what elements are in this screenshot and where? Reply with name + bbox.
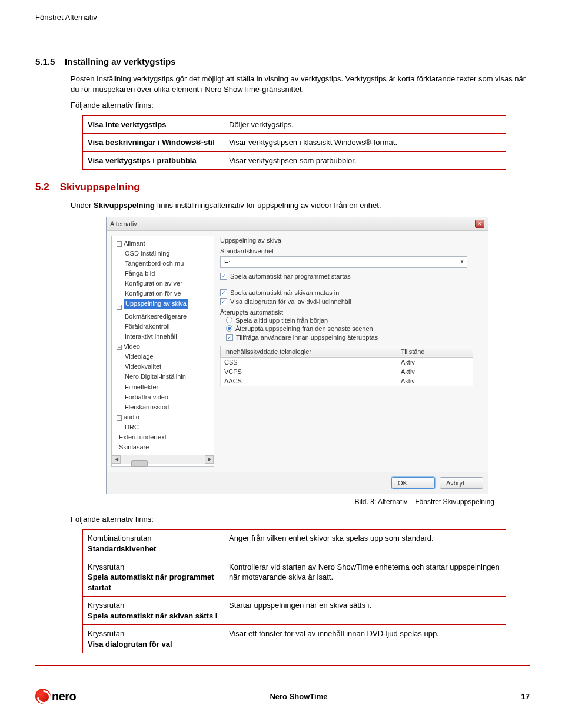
checkbox-label: Visa dialogrutan för val av dvd-ljudinne…: [230, 298, 351, 305]
tree-item[interactable]: DRC: [112, 422, 214, 432]
tree-pane[interactable]: −Allmänt OSD-inställning Tangentbord och…: [111, 236, 214, 467]
tree-item[interactable]: OSD-inställning: [112, 249, 214, 259]
cell: Visar verktygstipsen i klassiskt Windows…: [224, 134, 506, 152]
tree-item[interactable]: Konfiguration av ver: [112, 279, 214, 289]
cell: KryssrutanVisa dialogrutan för val: [83, 625, 224, 653]
section-52-heading: 5.2 Skivuppspelning: [35, 181, 530, 193]
radio-from-start[interactable]: [226, 317, 232, 323]
tree-item[interactable]: Interaktivt innehåll: [112, 332, 214, 342]
table-row: KryssrutanSpela automatiskt när programm…: [83, 558, 506, 597]
scroll-right-icon[interactable]: ▶: [205, 455, 214, 464]
th-tech: Innehållsskyddade teknologier: [221, 346, 397, 357]
cell: Kontrollerar vid starten av Nero ShowTim…: [224, 558, 506, 597]
cell: Aktiv: [397, 367, 473, 376]
chevron-down-icon: ▼: [460, 259, 464, 264]
ok-button[interactable]: OK: [391, 477, 435, 489]
txt: Under: [71, 201, 94, 210]
tree-label: Video: [124, 343, 140, 350]
section-515-para1: Posten Inställning verktygstips gör det …: [71, 74, 530, 94]
logo-text: nero: [52, 690, 76, 703]
tree-item[interactable]: Nero Digital-inställnin: [112, 372, 214, 382]
tech-table: Innehållsskyddade teknologier Tillstånd …: [220, 346, 473, 386]
tree-item[interactable]: Tangentbord och mu: [112, 259, 214, 269]
section-52b-lead: Följande alternativ finns:: [71, 514, 530, 525]
cell: Visa verktygstips i pratbubbla: [88, 156, 197, 165]
tree-node-video[interactable]: −Video: [112, 342, 214, 352]
cell: KryssrutanSpela automatiskt när programm…: [83, 558, 224, 597]
txt: finns inställningsalternativ för uppspel…: [155, 201, 381, 210]
checkbox-autorun-program[interactable]: ✓: [220, 273, 227, 280]
txt-bold: Skivuppspelning: [94, 201, 155, 210]
dialog-footer: OK Avbryt: [107, 472, 488, 494]
collapse-icon[interactable]: −: [117, 241, 122, 247]
cell: Visa beskrivningar i Windows®-stil: [88, 138, 215, 147]
page-header: Fönstret Alternativ: [35, 13, 530, 24]
tree-item[interactable]: Förbättra video: [112, 392, 214, 402]
group-label: Återuppta automatiskt: [220, 309, 483, 316]
tree-item[interactable]: Extern undertext: [112, 432, 214, 442]
collapse-icon[interactable]: −: [117, 345, 122, 350]
section-515-title: Inställning av verktygstips: [65, 57, 175, 67]
tree-item[interactable]: Skinläsare: [112, 442, 214, 452]
page-number: 17: [521, 692, 530, 701]
section-52-para: Under Skivuppspelning finns inställnings…: [71, 200, 530, 211]
cell: AACS: [221, 376, 397, 386]
tree-node-audio[interactable]: −audio: [112, 412, 214, 422]
tree-item[interactable]: Bokmärkesredigerare: [112, 312, 214, 322]
table-515: Visa inte verktygstips Döljer verktygsti…: [82, 115, 506, 170]
right-pane: Uppspelning av skiva Standardskivenhet E…: [220, 236, 483, 467]
tree-item[interactable]: Föräldrakontroll: [112, 322, 214, 332]
table-row: CSSAktiv: [221, 357, 473, 367]
cell: Döljer verktygstips.: [224, 115, 506, 134]
tree-item-selected[interactable]: Uppspelning av skiva: [124, 299, 188, 309]
checkbox-dvd-audio-dialog[interactable]: ✓: [220, 298, 227, 305]
scroll-left-icon[interactable]: ◀: [112, 455, 121, 464]
cell: Visar verktygstipsen som pratbubblor.: [224, 151, 506, 170]
footer-rule: [35, 665, 530, 666]
pane-title: Uppspelning av skiva: [220, 237, 483, 244]
cell: VCPS: [221, 367, 397, 376]
table-row: KryssrutanSpela automatiskt när skivan s…: [83, 597, 506, 625]
section-515-num: 5.1.5: [35, 57, 55, 67]
cell: KombinationsrutanStandardskivenhet: [83, 530, 224, 558]
tree-node-allmant[interactable]: −Allmänt: [112, 239, 214, 249]
cell: Visar ett fönster för val av innehåll in…: [224, 625, 506, 653]
cancel-button[interactable]: Avbryt: [440, 477, 483, 489]
tree-item[interactable]: Flerskärmsstöd: [112, 402, 214, 412]
tree-item[interactable]: Videokvalitet: [112, 362, 214, 372]
label-standardskivenhet: Standardskivenhet: [220, 247, 483, 254]
section-515-para2: Följande alternativ finns:: [71, 100, 530, 111]
collapse-icon[interactable]: −: [117, 415, 122, 421]
checkbox-label: Tillfråga användare innan uppspelning åt…: [236, 334, 378, 341]
cell: CSS: [221, 357, 397, 367]
tree-item[interactable]: Filmeffekter: [112, 382, 214, 392]
tree-item[interactable]: Fånga bild: [112, 269, 214, 279]
th-status: Tillstånd: [397, 346, 473, 357]
drive-value: E:: [224, 259, 230, 266]
drive-select[interactable]: E: ▼: [220, 256, 467, 268]
tree-label: audio: [124, 413, 139, 421]
table-row: KryssrutanVisa dialogrutan för val Visar…: [83, 625, 506, 653]
cell: Anger från vilken enhet skivor ska spela…: [224, 530, 506, 558]
dialog-title: Alternativ: [110, 220, 137, 227]
scroll-thumb[interactable]: [131, 460, 148, 467]
cell: Visa inte verktygstips: [88, 120, 166, 129]
close-icon[interactable]: ✕: [475, 220, 484, 228]
checkbox-label: Spela automatiskt när skivan matas in: [230, 289, 339, 296]
radio-label: Spela alltid upp titeln från början: [235, 317, 328, 324]
tree-item[interactable]: Konfiguration för ve: [112, 289, 214, 299]
checkbox-autorun-disc[interactable]: ✓: [220, 289, 227, 296]
tree-item[interactable]: Videoläge: [112, 352, 214, 362]
dialog-titlebar: Alternativ ✕: [107, 217, 488, 231]
checkbox-ask-before-resume[interactable]: ✓: [226, 334, 233, 341]
table-row: KombinationsrutanStandardskivenhet Anger…: [83, 530, 506, 558]
dialog-alternativ: Alternativ ✕ −Allmänt OSD-inställning Ta…: [106, 217, 488, 494]
radio-label: Återuppta uppspelning från den senaste s…: [235, 325, 373, 332]
table-row: VCPSAktiv: [221, 367, 473, 376]
cell: Aktiv: [397, 357, 473, 367]
collapse-icon[interactable]: −: [117, 305, 122, 310]
figure-caption: Bild. 8: Alternativ – Fönstret Skivuppsp…: [35, 498, 494, 506]
horizontal-scrollbar[interactable]: ◀ ▶: [112, 455, 214, 464]
radio-resume[interactable]: [226, 325, 232, 332]
checkbox-label: Spela automatiskt när programmet startas: [230, 273, 351, 280]
